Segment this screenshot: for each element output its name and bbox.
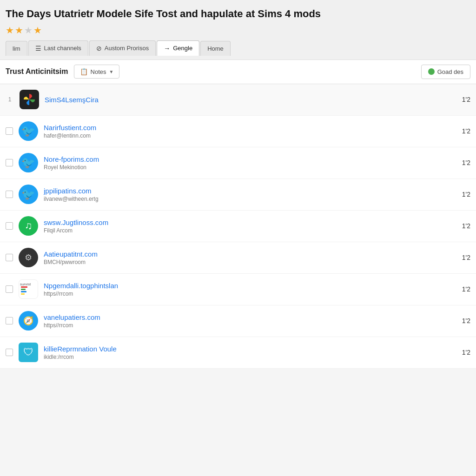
toolbar-title: Trust Anticinitsim bbox=[6, 67, 68, 76]
item-checkbox[interactable] bbox=[6, 127, 13, 135]
item-info: SimS4LsemşCira bbox=[45, 96, 456, 104]
notes-label: Notes bbox=[91, 68, 106, 75]
item-info: Narirfustient.com hafer@lentinn.com bbox=[44, 124, 456, 139]
stars-row: ★ ★ ★ ★ bbox=[6, 25, 470, 36]
page-title: The Days Utatrietr Modele Sife Tost and … bbox=[6, 7, 470, 21]
tab-home[interactable]: Home bbox=[200, 41, 231, 56]
item-checkbox[interactable] bbox=[6, 159, 13, 166]
item-name: vanelupatiers.com bbox=[44, 313, 456, 321]
item-logo-twitter: 🐦 bbox=[19, 185, 38, 204]
list-item: 🐦 jppilipatins.com ilvanew@witheen.ertg … bbox=[0, 179, 476, 211]
svg-rect-1 bbox=[21, 286, 27, 288]
notes-dropdown-arrow: ▼ bbox=[109, 69, 114, 74]
toolbar-left: Trust Anticinitsim 📋 Notes ▼ bbox=[6, 65, 119, 79]
item-sub: https//rrcom bbox=[44, 322, 456, 329]
list-item: survist Npgemdalli.togphintslan https//r… bbox=[0, 274, 476, 305]
item-info: Aatieupatitnt.com BMCH/pwwroom bbox=[44, 250, 456, 265]
tab-gengle-label: Gengle bbox=[173, 45, 192, 52]
tab-gengle-icon: → bbox=[164, 45, 170, 52]
twitter-icon: 🐦 bbox=[21, 188, 35, 201]
compass-icon: 🧭 bbox=[23, 316, 33, 326]
tab-custom-label: Austom Prorisos bbox=[105, 45, 149, 52]
item-value: 1'2 bbox=[462, 349, 470, 356]
item-name: Narirfustient.com bbox=[44, 124, 456, 132]
item-sub: https//rrcom bbox=[44, 291, 456, 297]
list-item: 🐦 Nore-fporims.com Royel Mekinotion 1'2 bbox=[0, 147, 476, 179]
list-item: ⚙ Aatieupatitnt.com BMCH/pwwroom 1'2 bbox=[0, 242, 476, 274]
item-value: 1'2 bbox=[462, 285, 470, 293]
svg-text:survist: survist bbox=[20, 282, 31, 286]
tab-last-channels[interactable]: ☰ Last channels bbox=[28, 40, 88, 56]
star-4: ★ bbox=[33, 25, 42, 36]
item-checkbox[interactable] bbox=[6, 349, 13, 356]
toolbar: Trust Anticinitsim 📋 Notes ▼ Goad des bbox=[0, 60, 476, 84]
twitter-icon: 🐦 bbox=[21, 156, 35, 169]
item-logo-twitter: 🐦 bbox=[19, 121, 38, 141]
tab-last-channels-label: Last channels bbox=[44, 45, 81, 52]
item-checkbox[interactable] bbox=[6, 254, 13, 261]
list-item: 1 SimS4LsemşCira 1'2 bbox=[0, 84, 476, 116]
item-checkbox[interactable] bbox=[6, 285, 13, 293]
list-container: 1 SimS4LsemşCira 1'2 🐦 Narirfustient.com… bbox=[0, 84, 476, 369]
item-value: 1'2 bbox=[462, 191, 470, 198]
item-logo-pinwheel bbox=[20, 90, 39, 109]
item-name: SimS4LsemşCira bbox=[45, 96, 456, 104]
star-2: ★ bbox=[15, 25, 23, 36]
item-logo-shield: 🛡 bbox=[19, 343, 38, 362]
item-name: swsw.Jugtlinoss.com bbox=[44, 218, 456, 226]
item-info: vanelupatiers.com https//rrcom bbox=[44, 313, 456, 329]
item-name: Nore-fporims.com bbox=[44, 155, 456, 163]
item-value: 1'2 bbox=[462, 159, 470, 166]
twitter-icon: 🐦 bbox=[21, 125, 35, 138]
item-sub: ilvanew@witheen.ertg bbox=[44, 196, 456, 202]
item-value: 1'2 bbox=[462, 96, 470, 103]
list-item: 🐦 Narirfustient.com hafer@lentinn.com 1'… bbox=[0, 116, 476, 147]
item-name: jppilipatins.com bbox=[44, 187, 456, 195]
list-item: 🧭 vanelupatiers.com https//rrcom 1'2 bbox=[0, 305, 476, 337]
tab-gengle[interactable]: → Gengle bbox=[157, 40, 199, 56]
item-value: 1'2 bbox=[462, 222, 470, 230]
item-info: jppilipatins.com ilvanew@witheen.ertg bbox=[44, 187, 456, 202]
item-name: killieReprmnation Voule bbox=[44, 345, 456, 353]
list-item: ♫ swsw.Jugtlinoss.com Filqil Arcom 1'2 bbox=[0, 211, 476, 242]
item-logo-dark: ⚙ bbox=[19, 248, 38, 267]
svg-rect-2 bbox=[21, 289, 26, 290]
item-info: Npgemdalli.togphintslan https//rrcom bbox=[44, 282, 456, 297]
item-logo-twitter: 🐦 bbox=[19, 153, 38, 172]
svg-rect-4 bbox=[21, 293, 25, 295]
spotify-icon: ♫ bbox=[25, 220, 33, 232]
item-value: 1'2 bbox=[462, 317, 470, 324]
item-sub: hafer@lentinn.com bbox=[44, 132, 456, 139]
tab-home-label: Home bbox=[207, 45, 224, 52]
item-logo-survlist: survist bbox=[19, 279, 38, 299]
item-name: Npgemdalli.togphintslan bbox=[44, 282, 456, 290]
item-sub: Royel Mekinotion bbox=[44, 164, 456, 171]
item-value: 1'2 bbox=[462, 254, 470, 261]
item-checkbox[interactable] bbox=[6, 222, 13, 230]
star-1: ★ bbox=[6, 25, 14, 36]
item-sub: ikidle:/rrcom bbox=[44, 354, 456, 360]
item-checkbox[interactable] bbox=[6, 191, 13, 198]
star-3: ★ bbox=[24, 25, 33, 36]
tab-last-channels-icon: ☰ bbox=[35, 45, 41, 52]
item-sub: BMCH/pwwroom bbox=[44, 259, 456, 265]
tab-custom-icon: ⊘ bbox=[96, 45, 102, 52]
item-info: Nore-fporims.com Royel Mekinotion bbox=[44, 155, 456, 171]
item-info: killieReprmnation Voule ikidle:/rrcom bbox=[44, 345, 456, 360]
item-value: 1'2 bbox=[462, 127, 470, 135]
item-sub: Filqil Arcom bbox=[44, 227, 456, 234]
notes-button[interactable]: 📋 Notes ▼ bbox=[74, 65, 120, 79]
list-item: 🛡 killieReprmnation Voule ikidle:/rrcom … bbox=[0, 337, 476, 369]
item-logo-compass: 🧭 bbox=[19, 311, 38, 331]
notes-icon: 📋 bbox=[80, 68, 88, 75]
goad-button[interactable]: Goad des bbox=[421, 65, 470, 79]
item-info: swsw.Jugtlinoss.com Filqil Arcom bbox=[44, 218, 456, 234]
tab-slim[interactable]: lim bbox=[6, 41, 27, 56]
item-logo-spotify: ♫ bbox=[19, 216, 38, 236]
tab-custom-prorises[interactable]: ⊘ Austom Prorisos bbox=[89, 40, 156, 56]
item-checkbox[interactable] bbox=[6, 317, 13, 324]
tabs-row: lim ☰ Last channels ⊘ Austom Prorisos → … bbox=[6, 40, 470, 56]
item-name: Aatieupatitnt.com bbox=[44, 250, 456, 258]
item-number: 1 bbox=[6, 96, 14, 103]
gear-icon: ⚙ bbox=[25, 252, 32, 263]
